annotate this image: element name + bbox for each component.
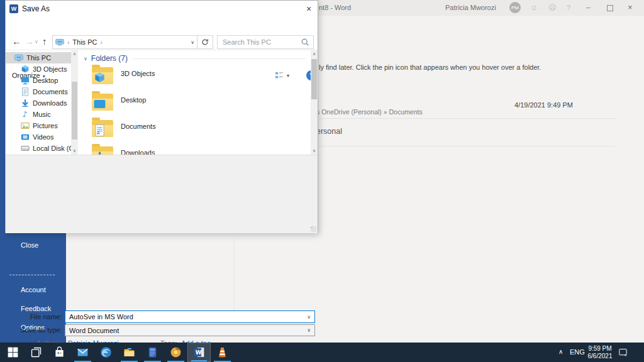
- folders-group-header[interactable]: ∨ Folders (7): [84, 54, 128, 63]
- tree-item[interactable]: This PC: [6, 52, 71, 63]
- tree-item[interactable]: Downloads: [6, 97, 71, 109]
- folder-item[interactable]: Desktop: [92, 90, 306, 116]
- help-icon[interactable]: ?: [567, 4, 570, 11]
- dialog-titlebar[interactable]: W Save As ×: [6, 1, 318, 17]
- taskbar-app-icon: [146, 346, 159, 359]
- taskbar-icons: [1, 343, 234, 362]
- taskbar-app-icon: [169, 346, 182, 359]
- backstage-item-label: Account: [21, 286, 46, 293]
- tree-item-label: Pictures: [33, 122, 58, 129]
- collapse-icon[interactable]: ∨: [84, 56, 87, 62]
- tree-item-label: Desktop: [33, 77, 58, 84]
- folder-item-label: Downloads: [121, 149, 155, 155]
- tree-item-label: Downloads: [33, 99, 67, 107]
- file-name-label: File name:: [6, 313, 62, 321]
- taskbar-app-icon: [6, 346, 19, 359]
- folder-item[interactable]: 3D Objects: [92, 63, 306, 90]
- dialog-close-icon[interactable]: ×: [303, 4, 315, 14]
- resize-grip[interactable]: [311, 226, 316, 232]
- frowny-icon[interactable]: ☹: [548, 3, 557, 12]
- save-as-type-label: Save as type:: [6, 326, 62, 334]
- tree-item[interactable]: Pictures: [6, 120, 71, 131]
- taskbar-item-edge[interactable]: [94, 343, 118, 362]
- file-name-combobox[interactable]: AutoSve in MS Word ∨: [65, 310, 315, 323]
- language-indicator[interactable]: ENG: [570, 348, 585, 356]
- folders-header-label: Folders (7): [91, 54, 128, 63]
- scrollbar-thumb[interactable]: [72, 82, 77, 140]
- scroll-down-icon[interactable]: ∨: [71, 147, 78, 155]
- avatar[interactable]: PM: [509, 2, 521, 13]
- folder-item[interactable]: Downloads: [92, 143, 306, 155]
- save-as-dialog: W Save As × ← → ∨ ↑ › This PC › ∨: [5, 0, 318, 233]
- personal-label: ersonal: [316, 127, 342, 136]
- folder-icon: [92, 146, 113, 155]
- folder-item-label: 3D Objects: [121, 70, 155, 77]
- list-separator: [319, 118, 615, 119]
- backstage-divider: [9, 275, 55, 275]
- taskbar-item-mail[interactable]: [71, 343, 94, 362]
- notification-center-icon[interactable]: [618, 347, 628, 358]
- smiley-icon[interactable]: ☺: [530, 3, 538, 12]
- taskbar-item-browser[interactable]: [164, 343, 187, 362]
- taskbar-item-vlc[interactable]: [211, 343, 234, 362]
- tree-item[interactable]: 3D Objects: [6, 63, 71, 75]
- tree-item[interactable]: Documents: [6, 86, 71, 97]
- window-close-icon[interactable]: ×: [628, 3, 633, 12]
- scroll-up-icon[interactable]: ∧: [311, 50, 318, 58]
- taskbar-item-blue-book-app[interactable]: [141, 343, 164, 362]
- taskbar-app-icon: [123, 346, 136, 359]
- file-name-value[interactable]: AutoSve in MS Word: [69, 313, 307, 321]
- onedrive-path: s OneDrive (Personal) » Documents: [316, 108, 423, 116]
- command-bar: Organize▾ ▾ ?: [6, 35, 318, 50]
- tree-item[interactable]: Desktop: [6, 75, 71, 86]
- screen: nt8 - Word Patricia Mworozi PM ☺ ☹ ? – ×…: [0, 0, 644, 362]
- chevron-down-icon[interactable]: ∨: [307, 314, 311, 320]
- tree-item[interactable]: Music: [6, 109, 71, 120]
- save-as-type-combobox[interactable]: Word Document ∨: [65, 324, 315, 336]
- taskbar-item-word[interactable]: [187, 343, 211, 362]
- word-title: nt8 - Word: [319, 4, 351, 11]
- backstage-item[interactable]: Account: [0, 284, 66, 295]
- tree-item-label: Documents: [33, 88, 68, 96]
- tree-item-icon: [21, 110, 30, 119]
- taskbar-item-task-view[interactable]: [25, 343, 48, 362]
- taskbar-app-icon: [30, 346, 43, 359]
- clock[interactable]: 9:59 PM 6/6/2021: [585, 345, 615, 360]
- taskbar-app-icon: [99, 346, 113, 359]
- taskbar-app-icon: [53, 346, 66, 359]
- save-as-type-value[interactable]: Word Document: [69, 327, 307, 334]
- taskbar-item-file-explorer[interactable]: [118, 343, 141, 362]
- taskbar: ∧ ENG 9:59 PM 6/6/2021: [0, 343, 644, 362]
- tree-item-icon: [21, 144, 30, 153]
- tray-chevron-icon[interactable]: ∧: [558, 348, 563, 355]
- navigation-row: ← → ∨ ↑ › This PC › ∨: [6, 17, 318, 35]
- folder-item[interactable]: Documents: [92, 116, 306, 143]
- tree-item-label: 3D Objects: [33, 65, 67, 73]
- tree-item-icon: [21, 76, 30, 85]
- minimize-icon[interactable]: –: [586, 3, 591, 12]
- account-name[interactable]: Patricia Mworozi: [445, 4, 496, 11]
- taskbar-app-icon: [216, 346, 229, 359]
- tree-item[interactable]: Local Disk (C:): [6, 143, 71, 154]
- column-divider: [234, 238, 235, 319]
- folder-icon: [92, 120, 113, 137]
- folder-overlay-icon: [94, 72, 106, 84]
- folders-pane: ∨ Folders (7) 3D Objects Desktop Documen…: [80, 50, 311, 155]
- chevron-down-icon[interactable]: ∨: [307, 327, 311, 333]
- folder-overlay-icon: [94, 151, 106, 155]
- dialog-body: This PC 3D Objects Desktop Documents Dow…: [6, 50, 318, 155]
- scroll-down-icon[interactable]: ∨: [311, 147, 318, 155]
- scrollbar-thumb[interactable]: [311, 59, 317, 99]
- folders-scrollbar[interactable]: ∧ ∨: [311, 50, 318, 155]
- scroll-up-icon[interactable]: ∧: [71, 50, 78, 58]
- folder-list: 3D Objects Desktop Documents Downloads: [92, 63, 306, 155]
- taskbar-item-start[interactable]: [1, 343, 25, 362]
- folder-item-label: Desktop: [121, 96, 146, 104]
- taskbar-item-store[interactable]: [48, 343, 71, 362]
- restore-icon[interactable]: [607, 5, 613, 11]
- tree-item[interactable]: Videos: [6, 131, 71, 143]
- tree-item-icon: [21, 65, 30, 74]
- modified-timestamp: 4/19/2021 9:49 PM: [514, 101, 573, 109]
- tree-scrollbar[interactable]: ∧ ∨: [71, 50, 78, 155]
- backstage-item-close[interactable]: Close: [0, 239, 66, 251]
